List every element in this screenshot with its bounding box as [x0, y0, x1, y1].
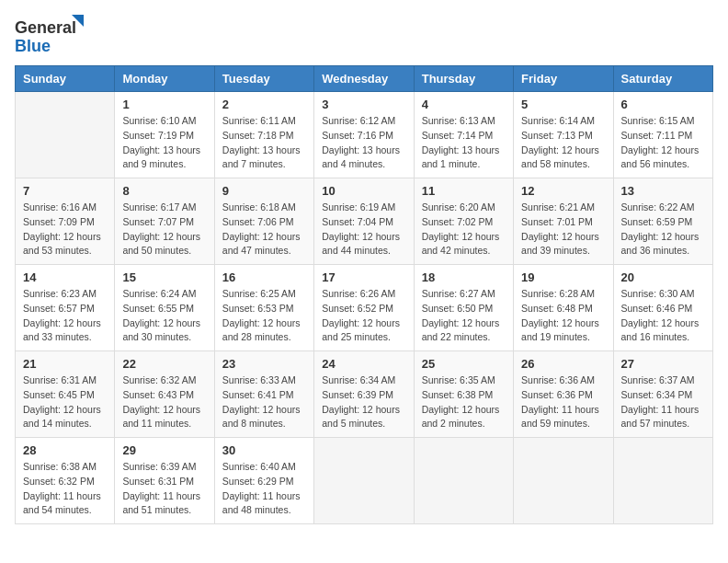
day-number: 20: [621, 270, 705, 284]
calendar-cell: 3Sunrise: 6:12 AMSunset: 7:16 PMDaylight…: [314, 92, 414, 178]
day-info: Sunrise: 6:22 AMSunset: 6:59 PMDaylight:…: [621, 201, 705, 259]
day-number: 17: [322, 270, 405, 284]
column-header-tuesday: Tuesday: [214, 66, 313, 92]
day-info: Sunrise: 6:40 AMSunset: 6:29 PMDaylight:…: [222, 460, 306, 518]
day-info: Sunrise: 6:32 AMSunset: 6:43 PMDaylight:…: [122, 373, 206, 431]
day-number: 11: [422, 184, 506, 198]
day-number: 27: [621, 357, 705, 371]
column-header-wednesday: Wednesday: [314, 66, 414, 92]
week-row-1: 1Sunrise: 6:10 AMSunset: 7:19 PMDaylight…: [16, 92, 713, 178]
day-info: Sunrise: 6:17 AMSunset: 7:07 PMDaylight:…: [122, 201, 206, 259]
day-number: 15: [122, 270, 206, 284]
day-info: Sunrise: 6:19 AMSunset: 7:04 PMDaylight:…: [322, 201, 405, 259]
calendar-cell: 13Sunrise: 6:22 AMSunset: 6:59 PMDayligh…: [613, 178, 712, 265]
week-row-3: 14Sunrise: 6:23 AMSunset: 6:57 PMDayligh…: [16, 265, 713, 351]
calendar-cell: 4Sunrise: 6:13 AMSunset: 7:14 PMDaylight…: [414, 92, 513, 178]
calendar-cell: 26Sunrise: 6:36 AMSunset: 6:36 PMDayligh…: [514, 351, 613, 438]
day-info: Sunrise: 6:18 AMSunset: 7:06 PMDaylight:…: [222, 201, 306, 259]
day-number: 1: [122, 98, 206, 111]
day-info: Sunrise: 6:28 AMSunset: 6:48 PMDaylight:…: [521, 287, 605, 345]
day-number: 4: [422, 98, 506, 111]
calendar-cell: 17Sunrise: 6:26 AMSunset: 6:52 PMDayligh…: [314, 265, 414, 351]
logo-svg: GeneralBlue: [15, 15, 88, 56]
day-number: 3: [322, 98, 405, 111]
calendar-cell: 7Sunrise: 6:16 AMSunset: 7:09 PMDaylight…: [16, 178, 115, 265]
calendar-cell: 5Sunrise: 6:14 AMSunset: 7:13 PMDaylight…: [514, 92, 613, 178]
day-info: Sunrise: 6:36 AMSunset: 6:36 PMDaylight:…: [521, 373, 605, 431]
week-row-5: 28Sunrise: 6:38 AMSunset: 6:32 PMDayligh…: [16, 438, 713, 524]
day-info: Sunrise: 6:12 AMSunset: 7:16 PMDaylight:…: [322, 114, 405, 172]
day-info: Sunrise: 6:34 AMSunset: 6:39 PMDaylight:…: [322, 373, 405, 431]
calendar-cell: 28Sunrise: 6:38 AMSunset: 6:32 PMDayligh…: [16, 438, 115, 524]
calendar-cell: 14Sunrise: 6:23 AMSunset: 6:57 PMDayligh…: [16, 265, 115, 351]
day-number: 19: [521, 270, 605, 284]
column-header-thursday: Thursday: [414, 66, 513, 92]
day-info: Sunrise: 6:23 AMSunset: 6:57 PMDaylight:…: [23, 287, 107, 345]
day-info: Sunrise: 6:38 AMSunset: 6:32 PMDaylight:…: [23, 460, 107, 518]
svg-text:Blue: Blue: [15, 37, 51, 55]
calendar-cell: 2Sunrise: 6:11 AMSunset: 7:18 PMDaylight…: [214, 92, 313, 178]
day-info: Sunrise: 6:16 AMSunset: 7:09 PMDaylight:…: [23, 201, 107, 259]
day-number: 14: [23, 270, 107, 284]
day-info: Sunrise: 6:21 AMSunset: 7:01 PMDaylight:…: [521, 201, 605, 259]
day-info: Sunrise: 6:27 AMSunset: 6:50 PMDaylight:…: [422, 287, 506, 345]
calendar-cell: 20Sunrise: 6:30 AMSunset: 6:46 PMDayligh…: [613, 265, 712, 351]
day-number: 13: [621, 184, 705, 198]
day-number: 8: [122, 184, 206, 198]
day-number: 23: [222, 357, 306, 371]
calendar-cell: 21Sunrise: 6:31 AMSunset: 6:45 PMDayligh…: [16, 351, 115, 438]
column-header-monday: Monday: [115, 66, 214, 92]
calendar-cell: 19Sunrise: 6:28 AMSunset: 6:48 PMDayligh…: [514, 265, 613, 351]
day-number: 28: [23, 443, 107, 457]
calendar-cell: 27Sunrise: 6:37 AMSunset: 6:34 PMDayligh…: [613, 351, 712, 438]
page-header: GeneralBlue: [15, 15, 713, 56]
day-number: 6: [621, 98, 705, 111]
calendar-cell: 29Sunrise: 6:39 AMSunset: 6:31 PMDayligh…: [115, 438, 214, 524]
day-info: Sunrise: 6:25 AMSunset: 6:53 PMDaylight:…: [222, 287, 306, 345]
day-number: 12: [521, 184, 605, 198]
day-number: 22: [122, 357, 206, 371]
day-info: Sunrise: 6:33 AMSunset: 6:41 PMDaylight:…: [222, 373, 306, 431]
calendar-cell: 1Sunrise: 6:10 AMSunset: 7:19 PMDaylight…: [115, 92, 214, 178]
day-number: 18: [422, 270, 506, 284]
day-number: 10: [322, 184, 405, 198]
day-number: 30: [222, 443, 306, 457]
calendar-cell: 25Sunrise: 6:35 AMSunset: 6:38 PMDayligh…: [414, 351, 513, 438]
day-number: 29: [122, 443, 206, 457]
calendar-cell: 12Sunrise: 6:21 AMSunset: 7:01 PMDayligh…: [514, 178, 613, 265]
svg-text:General: General: [15, 18, 76, 37]
calendar-cell: 16Sunrise: 6:25 AMSunset: 6:53 PMDayligh…: [214, 265, 313, 351]
day-number: 24: [322, 357, 405, 371]
day-number: 7: [23, 184, 107, 198]
week-row-2: 7Sunrise: 6:16 AMSunset: 7:09 PMDaylight…: [16, 178, 713, 265]
calendar-cell: 18Sunrise: 6:27 AMSunset: 6:50 PMDayligh…: [414, 265, 513, 351]
day-info: Sunrise: 6:26 AMSunset: 6:52 PMDaylight:…: [322, 287, 405, 345]
calendar-cell: [16, 92, 115, 178]
calendar-cell: [414, 438, 513, 524]
calendar-cell: [613, 438, 712, 524]
day-info: Sunrise: 6:31 AMSunset: 6:45 PMDaylight:…: [23, 373, 107, 431]
day-info: Sunrise: 6:20 AMSunset: 7:02 PMDaylight:…: [422, 201, 506, 259]
day-info: Sunrise: 6:11 AMSunset: 7:18 PMDaylight:…: [222, 114, 306, 172]
calendar-cell: 22Sunrise: 6:32 AMSunset: 6:43 PMDayligh…: [115, 351, 214, 438]
calendar-cell: [314, 438, 414, 524]
calendar-cell: 15Sunrise: 6:24 AMSunset: 6:55 PMDayligh…: [115, 265, 214, 351]
column-header-friday: Friday: [514, 66, 613, 92]
column-header-sunday: Sunday: [16, 66, 115, 92]
day-info: Sunrise: 6:30 AMSunset: 6:46 PMDaylight:…: [621, 287, 705, 345]
day-info: Sunrise: 6:15 AMSunset: 7:11 PMDaylight:…: [621, 114, 705, 172]
day-number: 26: [521, 357, 605, 371]
day-number: 9: [222, 184, 306, 198]
calendar-cell: 23Sunrise: 6:33 AMSunset: 6:41 PMDayligh…: [214, 351, 313, 438]
day-info: Sunrise: 6:37 AMSunset: 6:34 PMDaylight:…: [621, 373, 705, 431]
day-info: Sunrise: 6:13 AMSunset: 7:14 PMDaylight:…: [422, 114, 506, 172]
calendar-cell: 11Sunrise: 6:20 AMSunset: 7:02 PMDayligh…: [414, 178, 513, 265]
day-number: 25: [422, 357, 506, 371]
day-number: 2: [222, 98, 306, 111]
calendar-cell: 30Sunrise: 6:40 AMSunset: 6:29 PMDayligh…: [214, 438, 313, 524]
calendar-table: SundayMondayTuesdayWednesdayThursdayFrid…: [15, 65, 713, 524]
day-number: 5: [521, 98, 605, 111]
day-info: Sunrise: 6:14 AMSunset: 7:13 PMDaylight:…: [521, 114, 605, 172]
day-info: Sunrise: 6:24 AMSunset: 6:55 PMDaylight:…: [122, 287, 206, 345]
day-info: Sunrise: 6:39 AMSunset: 6:31 PMDaylight:…: [122, 460, 206, 518]
